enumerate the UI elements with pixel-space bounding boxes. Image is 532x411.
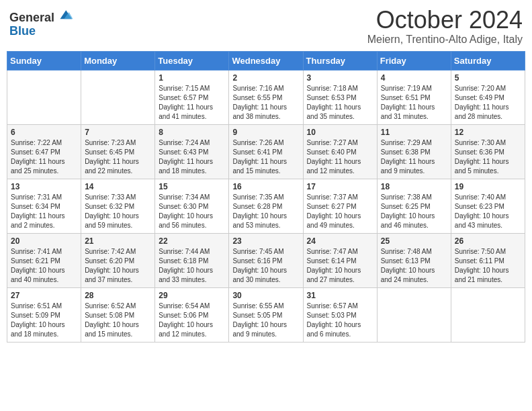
day-info: Sunrise: 7:37 AMSunset: 6:27 PMDaylight:… (307, 193, 373, 230)
calendar-week-row: 1Sunrise: 7:15 AMSunset: 6:57 PMDaylight… (7, 70, 525, 124)
day-number: 19 (455, 182, 521, 191)
day-number: 26 (455, 236, 521, 246)
title-block: October 2024 Meiern, Trentino-Alto Adige… (367, 7, 523, 46)
day-number: 22 (159, 236, 225, 246)
day-info: Sunrise: 7:24 AMSunset: 6:43 PMDaylight:… (159, 138, 225, 176)
day-info: Sunrise: 7:23 AMSunset: 6:45 PMDaylight:… (85, 138, 151, 176)
day-number: 28 (85, 291, 151, 300)
calendar-cell: 14Sunrise: 7:33 AMSunset: 6:32 PMDayligh… (81, 179, 155, 233)
day-number: 29 (159, 291, 225, 300)
calendar-cell (81, 70, 155, 124)
calendar-cell: 21Sunrise: 7:42 AMSunset: 6:20 PMDayligh… (81, 233, 155, 287)
day-info: Sunrise: 6:57 AMSunset: 5:03 PMDaylight:… (307, 302, 373, 339)
calendar-cell: 12Sunrise: 7:30 AMSunset: 6:36 PMDayligh… (451, 124, 525, 179)
day-number: 13 (11, 182, 77, 191)
day-number: 14 (85, 182, 151, 191)
day-info: Sunrise: 7:35 AMSunset: 6:28 PMDaylight:… (232, 193, 299, 230)
calendar-cell: 7Sunrise: 7:23 AMSunset: 6:45 PMDaylight… (81, 124, 155, 179)
day-info: Sunrise: 6:55 AMSunset: 5:05 PMDaylight:… (232, 302, 299, 339)
calendar-cell: 24Sunrise: 7:47 AMSunset: 6:14 PMDayligh… (303, 233, 377, 287)
day-info: Sunrise: 7:31 AMSunset: 6:34 PMDaylight:… (11, 193, 77, 230)
day-number: 15 (159, 182, 225, 191)
day-info: Sunrise: 6:54 AMSunset: 5:06 PMDaylight:… (159, 302, 225, 339)
page-header: General Blue October 2024 Meiern, Trenti… (7, 7, 525, 46)
calendar-cell: 1Sunrise: 7:15 AMSunset: 6:57 PMDaylight… (155, 70, 229, 124)
calendar-week-row: 27Sunrise: 6:51 AMSunset: 5:09 PMDayligh… (7, 287, 525, 342)
calendar-cell: 15Sunrise: 7:34 AMSunset: 6:30 PMDayligh… (155, 179, 229, 233)
day-info: Sunrise: 7:38 AMSunset: 6:25 PMDaylight:… (381, 193, 447, 230)
day-info: Sunrise: 7:41 AMSunset: 6:21 PMDaylight:… (11, 247, 77, 285)
logo-icon (59, 7, 74, 21)
day-number: 1 (159, 73, 225, 83)
calendar-cell: 25Sunrise: 7:48 AMSunset: 6:13 PMDayligh… (377, 233, 451, 287)
calendar-week-row: 13Sunrise: 7:31 AMSunset: 6:34 PMDayligh… (7, 179, 525, 233)
day-number: 4 (381, 73, 447, 83)
day-number: 23 (232, 236, 299, 246)
day-info: Sunrise: 7:34 AMSunset: 6:30 PMDaylight:… (159, 193, 225, 230)
day-info: Sunrise: 7:26 AMSunset: 6:41 PMDaylight:… (232, 138, 299, 176)
month-title: October 2024 (367, 7, 523, 34)
calendar-cell: 17Sunrise: 7:37 AMSunset: 6:27 PMDayligh… (303, 179, 377, 233)
day-number: 30 (232, 291, 299, 300)
calendar-cell: 29Sunrise: 6:54 AMSunset: 5:06 PMDayligh… (155, 287, 229, 342)
calendar-cell: 31Sunrise: 6:57 AMSunset: 5:03 PMDayligh… (303, 287, 377, 342)
day-number: 25 (381, 236, 447, 246)
day-number: 8 (159, 128, 225, 137)
day-number: 31 (307, 291, 373, 300)
day-info: Sunrise: 7:27 AMSunset: 6:40 PMDaylight:… (307, 138, 373, 176)
calendar-cell (451, 287, 525, 342)
day-info: Sunrise: 7:47 AMSunset: 6:14 PMDaylight:… (307, 247, 373, 285)
day-info: Sunrise: 7:45 AMSunset: 6:16 PMDaylight:… (232, 247, 299, 285)
day-info: Sunrise: 7:29 AMSunset: 6:38 PMDaylight:… (381, 138, 447, 176)
day-number: 6 (11, 128, 77, 137)
day-info: Sunrise: 6:52 AMSunset: 5:08 PMDaylight:… (85, 302, 151, 339)
day-number: 27 (11, 291, 77, 300)
day-info: Sunrise: 7:19 AMSunset: 6:51 PMDaylight:… (381, 84, 447, 122)
logo-blue-label: Blue (9, 25, 74, 37)
day-number: 12 (455, 128, 521, 137)
calendar-cell: 11Sunrise: 7:29 AMSunset: 6:38 PMDayligh… (377, 124, 451, 179)
day-info: Sunrise: 7:30 AMSunset: 6:36 PMDaylight:… (455, 138, 521, 176)
calendar-cell: 28Sunrise: 6:52 AMSunset: 5:08 PMDayligh… (81, 287, 155, 342)
day-info: Sunrise: 7:50 AMSunset: 6:11 PMDaylight:… (455, 247, 521, 285)
day-info: Sunrise: 7:40 AMSunset: 6:23 PMDaylight:… (455, 193, 521, 230)
day-number: 21 (85, 236, 151, 246)
day-number: 17 (307, 182, 373, 191)
calendar-cell: 30Sunrise: 6:55 AMSunset: 5:05 PMDayligh… (229, 287, 303, 342)
day-number: 20 (11, 236, 77, 246)
calendar-week-row: 20Sunrise: 7:41 AMSunset: 6:21 PMDayligh… (7, 233, 525, 287)
calendar-cell (7, 70, 81, 124)
calendar-cell: 5Sunrise: 7:20 AMSunset: 6:49 PMDaylight… (451, 70, 525, 124)
calendar-cell: 6Sunrise: 7:22 AMSunset: 6:47 PMDaylight… (7, 124, 81, 179)
weekday-header-wednesday: Wednesday (229, 51, 303, 70)
calendar-cell (377, 287, 451, 342)
calendar-cell: 16Sunrise: 7:35 AMSunset: 6:28 PMDayligh… (229, 179, 303, 233)
day-info: Sunrise: 7:48 AMSunset: 6:13 PMDaylight:… (381, 247, 447, 285)
day-number: 16 (232, 182, 299, 191)
calendar-cell: 27Sunrise: 6:51 AMSunset: 5:09 PMDayligh… (7, 287, 81, 342)
day-number: 2 (232, 73, 299, 83)
day-info: Sunrise: 7:15 AMSunset: 6:57 PMDaylight:… (159, 84, 225, 122)
calendar-week-row: 6Sunrise: 7:22 AMSunset: 6:47 PMDaylight… (7, 124, 525, 179)
calendar-cell: 18Sunrise: 7:38 AMSunset: 6:25 PMDayligh… (377, 179, 451, 233)
calendar-cell: 22Sunrise: 7:44 AMSunset: 6:18 PMDayligh… (155, 233, 229, 287)
weekday-header-monday: Monday (81, 51, 155, 70)
weekday-header-thursday: Thursday (303, 51, 377, 70)
weekday-header-tuesday: Tuesday (155, 51, 229, 70)
day-info: Sunrise: 7:18 AMSunset: 6:53 PMDaylight:… (307, 84, 373, 122)
day-number: 9 (232, 128, 299, 137)
calendar-cell: 8Sunrise: 7:24 AMSunset: 6:43 PMDaylight… (155, 124, 229, 179)
calendar-table: SundayMondayTuesdayWednesdayThursdayFrid… (7, 51, 525, 342)
calendar-cell: 20Sunrise: 7:41 AMSunset: 6:21 PMDayligh… (7, 233, 81, 287)
calendar-cell: 3Sunrise: 7:18 AMSunset: 6:53 PMDaylight… (303, 70, 377, 124)
calendar-cell: 23Sunrise: 7:45 AMSunset: 6:16 PMDayligh… (229, 233, 303, 287)
weekday-header-saturday: Saturday (451, 51, 525, 70)
day-info: Sunrise: 7:42 AMSunset: 6:20 PMDaylight:… (85, 247, 151, 285)
logo: General Blue (9, 7, 74, 37)
day-number: 5 (455, 73, 521, 83)
day-info: Sunrise: 7:33 AMSunset: 6:32 PMDaylight:… (85, 193, 151, 230)
day-info: Sunrise: 7:20 AMSunset: 6:49 PMDaylight:… (455, 84, 521, 122)
logo-general-text: General (9, 11, 54, 24)
day-number: 7 (85, 128, 151, 137)
weekday-header-row: SundayMondayTuesdayWednesdayThursdayFrid… (7, 51, 525, 70)
